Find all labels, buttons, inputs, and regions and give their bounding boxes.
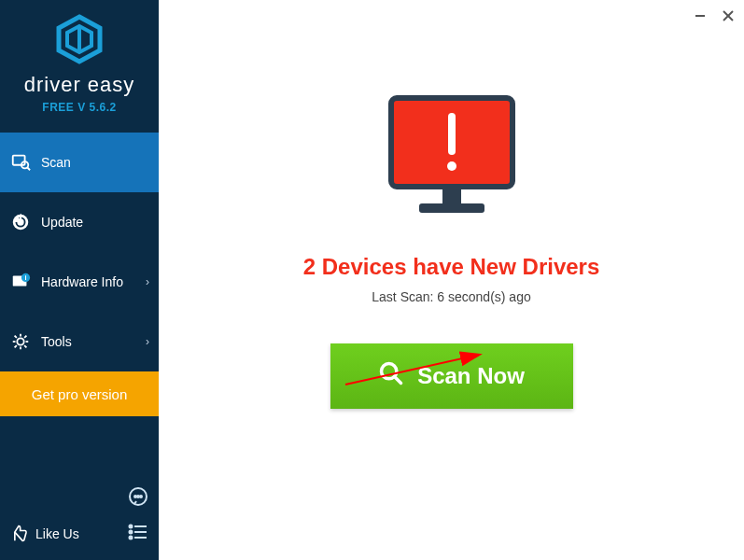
like-us-button[interactable]: Like Us — [9, 524, 79, 545]
svg-rect-36 — [419, 203, 484, 213]
logo-area: driver easy FREE V 5.6.2 — [0, 0, 159, 119]
thumbs-up-icon — [9, 524, 28, 545]
sidebar-item-label: Update — [41, 215, 83, 230]
svg-point-26 — [130, 531, 133, 534]
svg-line-40 — [395, 377, 401, 384]
update-icon — [9, 211, 32, 233]
headline-text: 2 Devices have New Drivers — [303, 254, 600, 280]
get-pro-label: Get pro version — [32, 386, 128, 402]
tools-icon — [9, 330, 32, 353]
svg-point-21 — [134, 496, 136, 497]
close-button[interactable] — [718, 6, 738, 26]
window-controls — [690, 6, 738, 26]
app-logo-icon — [53, 13, 105, 69]
minimize-button[interactable] — [690, 6, 710, 26]
sidebar-item-label: Tools — [41, 334, 72, 349]
sidebar-item-label: Hardware Info — [41, 274, 123, 289]
sidebar-item-update[interactable]: Update — [0, 192, 159, 252]
sidebar-item-tools[interactable]: Tools › — [0, 312, 159, 371]
scan-now-label: Scan Now — [417, 363, 525, 389]
svg-point-22 — [137, 496, 139, 497]
svg-point-38 — [447, 161, 456, 171]
scan-icon — [9, 151, 32, 174]
get-pro-button[interactable]: Get pro version — [0, 371, 159, 416]
brand-name: driver easy — [0, 73, 159, 97]
sidebar-bottom: Like Us — [0, 476, 159, 560]
sidebar-item-hardware-info[interactable]: i Hardware Info › — [0, 252, 159, 312]
sidebar: driver easy FREE V 5.6.2 Scan U — [0, 0, 159, 560]
svg-line-19 — [24, 336, 26, 338]
svg-point-24 — [130, 525, 133, 528]
nav: Scan Update i Hardware Info › — [0, 133, 159, 416]
svg-point-11 — [17, 338, 23, 344]
svg-rect-35 — [442, 187, 461, 203]
brand-version: FREE V 5.6.2 — [0, 101, 159, 114]
sidebar-spacer — [0, 416, 159, 476]
chevron-right-icon: › — [146, 275, 149, 288]
svg-line-5 — [27, 168, 30, 171]
feedback-icon[interactable] — [127, 485, 149, 511]
svg-rect-3 — [13, 156, 25, 165]
menu-icon[interactable] — [127, 521, 149, 547]
svg-line-18 — [15, 345, 17, 347]
svg-point-28 — [130, 537, 133, 539]
svg-line-16 — [15, 336, 17, 338]
last-scan-text: Last Scan: 6 second(s) ago — [372, 289, 530, 304]
search-icon — [378, 360, 404, 392]
main-area: 2 Devices have New Drivers Last Scan: 6 … — [159, 0, 744, 560]
svg-text:i: i — [24, 273, 26, 282]
alert-monitor-icon — [382, 93, 522, 228]
svg-point-23 — [140, 496, 142, 497]
content: 2 Devices have New Drivers Last Scan: 6 … — [159, 0, 744, 409]
hardware-info-icon: i — [9, 271, 32, 293]
chevron-right-icon: › — [146, 335, 149, 348]
sidebar-item-scan[interactable]: Scan — [0, 133, 159, 192]
scan-now-button[interactable]: Scan Now — [330, 343, 573, 409]
sidebar-item-label: Scan — [41, 155, 71, 170]
svg-line-17 — [24, 345, 26, 347]
like-us-label: Like Us — [35, 526, 79, 541]
